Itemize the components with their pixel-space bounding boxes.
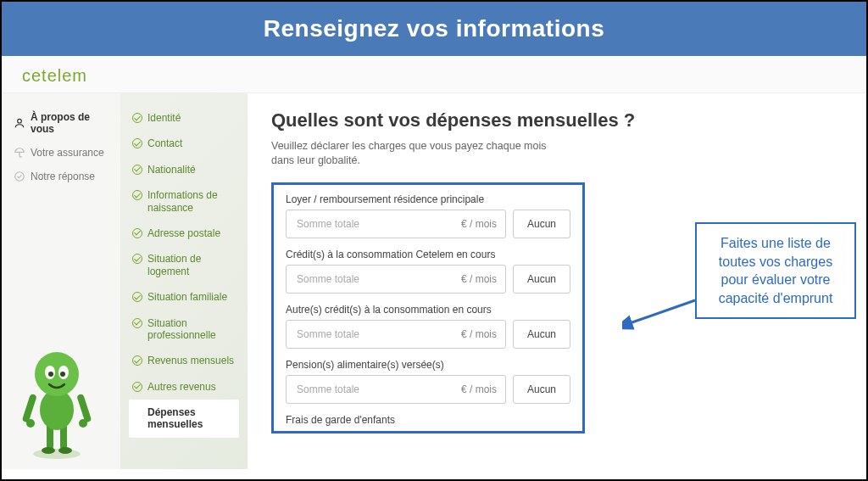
step-revenus[interactable]: Revenus mensuels — [129, 348, 239, 373]
instruction-banner: Renseignez vos informations — [2, 2, 866, 56]
nav-item-response[interactable]: Notre réponse — [14, 165, 115, 188]
check-icon — [132, 254, 142, 264]
unit-label: € / mois — [454, 383, 497, 395]
page-subtitle: Veuillez déclarer les charges que vous p… — [271, 139, 559, 169]
step-label: Situation professionnelle — [147, 317, 236, 342]
svg-point-15 — [48, 372, 53, 377]
field-autre-credit: Autre(s) crédit(s) à la consommation en … — [286, 304, 570, 349]
step-depenses[interactable]: Dépenses mensuelles — [129, 400, 239, 438]
step-label: Revenus mensuels — [147, 355, 234, 366]
callout-text: Faites une liste de toutes vos charges p… — [719, 236, 833, 305]
step-nationalite[interactable]: Nationalité — [129, 157, 239, 182]
step-familiale[interactable]: Situation familiale — [129, 284, 239, 310]
svg-point-12 — [35, 352, 79, 396]
svg-point-1 — [15, 172, 25, 182]
svg-point-5 — [42, 447, 55, 454]
check-icon — [132, 165, 142, 175]
form-highlight-box: Loyer / remboursement résidence principa… — [271, 182, 585, 433]
field-label: Crédit(s) à la consommation Cetelem en c… — [286, 249, 570, 260]
amount-input-wrap[interactable]: € / mois — [286, 210, 506, 238]
check-icon — [132, 190, 142, 200]
svg-rect-9 — [76, 394, 92, 423]
step-label: Adresse postale — [147, 227, 220, 239]
field-pension: Pension(s) alimentaire(s) versée(s) € / … — [286, 359, 570, 404]
step-logement[interactable]: Situation de logement — [129, 246, 239, 284]
none-button[interactable]: Aucun — [513, 320, 570, 349]
check-icon — [132, 138, 142, 148]
page-title: Quelles sont vos dépenses mensuelles ? — [271, 109, 843, 132]
step-professionnelle[interactable]: Situation professionnelle — [129, 310, 239, 349]
none-button[interactable]: Aucun — [513, 265, 570, 294]
amount-input-wrap[interactable]: € / mois — [286, 320, 506, 349]
check-icon — [132, 382, 142, 392]
step-autres-revenus[interactable]: Autres revenus — [129, 374, 239, 400]
brand-logo: cetelem — [22, 66, 87, 85]
step-label: Autres revenus — [147, 381, 216, 393]
amount-input-wrap[interactable]: € / mois — [286, 265, 506, 294]
nav-label: À propos de vous — [31, 111, 115, 135]
steps-list: Identité Contact Nationalité Information… — [120, 93, 248, 469]
unit-label: € / mois — [454, 328, 497, 340]
step-label: Identité — [147, 112, 181, 124]
svg-point-11 — [79, 419, 87, 428]
step-contact[interactable]: Contact — [129, 131, 239, 156]
unit-label: € / mois — [454, 273, 497, 285]
step-label: Dépenses mensuelles — [147, 406, 236, 431]
step-label: Nationalité — [147, 164, 196, 176]
field-label: Pension(s) alimentaire(s) versée(s) — [286, 359, 570, 371]
step-naissance[interactable]: Informations de naissance — [129, 182, 239, 221]
field-garde-enfants-label: Frais de garde d'enfants — [286, 414, 570, 426]
mascot-character-icon — [19, 342, 95, 461]
step-identite[interactable]: Identité — [129, 105, 239, 131]
amount-input[interactable] — [295, 272, 454, 286]
step-label: Informations de naissance — [147, 189, 236, 214]
amount-input[interactable] — [295, 327, 454, 341]
umbrella-icon — [14, 147, 25, 159]
step-label: Situation familiale — [147, 291, 227, 303]
none-button[interactable]: Aucun — [513, 375, 570, 404]
amount-input[interactable] — [295, 217, 454, 231]
progress-nav: À propos de vous Votre assurance Notre r… — [2, 93, 120, 469]
check-icon — [132, 113, 142, 123]
svg-point-16 — [60, 372, 65, 377]
check-icon — [132, 355, 142, 366]
svg-point-10 — [26, 419, 35, 428]
nav-label: Votre assurance — [31, 147, 104, 159]
field-loyer: Loyer / remboursement résidence principa… — [286, 193, 570, 238]
field-credit-cetelem: Crédit(s) à la consommation Cetelem en c… — [286, 249, 570, 294]
check-icon — [132, 228, 142, 238]
unit-label: € / mois — [454, 218, 497, 230]
field-label: Autre(s) crédit(s) à la consommation en … — [286, 304, 570, 316]
step-label: Situation de logement — [147, 253, 236, 277]
nav-item-insurance[interactable]: Votre assurance — [14, 141, 115, 165]
banner-title: Renseignez vos informations — [264, 15, 604, 42]
field-label: Loyer / remboursement résidence principa… — [286, 193, 570, 205]
annotation-callout: Faites une liste de toutes vos charges p… — [695, 222, 856, 319]
svg-point-6 — [58, 447, 72, 454]
top-bar: cetelem — [2, 56, 866, 93]
nav-item-about-you[interactable]: À propos de vous — [14, 105, 115, 141]
svg-point-0 — [18, 119, 22, 123]
svg-rect-8 — [22, 394, 37, 423]
check-circle-icon — [14, 171, 25, 182]
nav-label: Notre réponse — [31, 171, 95, 182]
check-icon — [132, 318, 142, 328]
step-label: Contact — [147, 137, 182, 149]
svg-point-2 — [33, 449, 81, 459]
none-button[interactable]: Aucun — [513, 210, 570, 238]
amount-input-wrap[interactable]: € / mois — [286, 375, 506, 404]
amount-input[interactable] — [295, 383, 454, 396]
check-icon — [132, 292, 142, 302]
user-icon — [14, 117, 25, 129]
step-adresse[interactable]: Adresse postale — [129, 221, 239, 246]
